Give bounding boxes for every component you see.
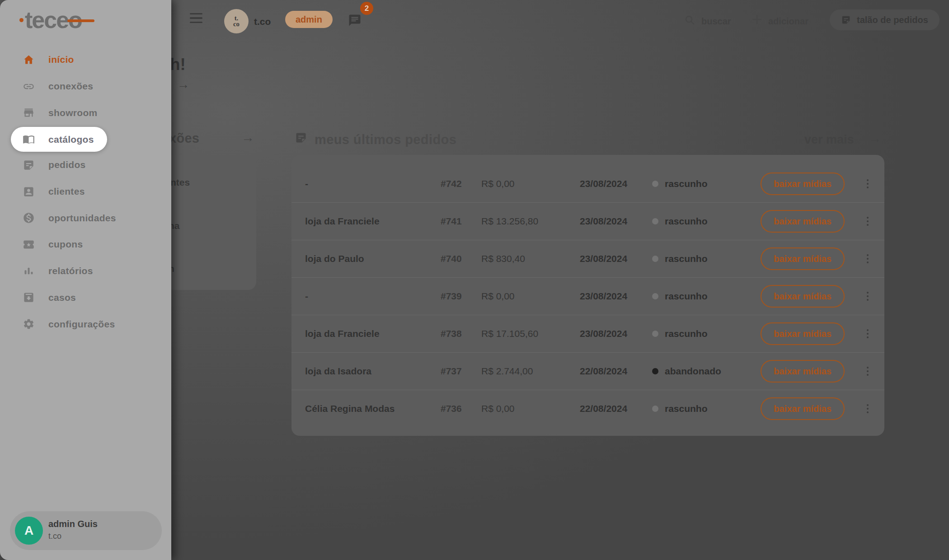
sidebar-item-label: clientes xyxy=(48,186,85,197)
total-cell: R$ 830,40 xyxy=(481,253,580,264)
status-label: rascunho xyxy=(665,403,708,414)
kebab-menu-icon[interactable] xyxy=(864,289,872,304)
status-dot xyxy=(652,218,658,224)
brand-logo[interactable]: teceo xyxy=(20,6,120,33)
kebab-menu-icon[interactable] xyxy=(864,214,872,229)
notification-badge[interactable]: 2 xyxy=(360,2,373,15)
sidebar-item-label: catálogos xyxy=(48,134,94,145)
download-media-button[interactable]: baixar mídias xyxy=(761,322,845,345)
sidebar-item-clientes[interactable]: clientes xyxy=(0,178,171,205)
store-cell: loja do Paulo xyxy=(291,253,441,264)
download-media-button[interactable]: baixar mídias xyxy=(761,173,845,195)
action-cell: baixar mídias xyxy=(761,285,851,308)
action-cell: baixar mídias xyxy=(761,360,851,383)
table-row: loja da Franciele #741 R$ 13.256,80 23/0… xyxy=(291,202,884,240)
kebab-menu-icon[interactable] xyxy=(864,327,872,341)
sidebar-item-showroom[interactable]: showroom xyxy=(0,99,171,126)
search-label[interactable]: buscar xyxy=(701,16,731,27)
status-label: rascunho xyxy=(665,328,708,339)
workspace-avatar[interactable]: t. co xyxy=(224,9,249,33)
greeting-arrow-icon[interactable]: → xyxy=(177,78,189,92)
sidebar-item-oportunidades[interactable]: oportunidades xyxy=(0,205,171,231)
total-cell: R$ 13.256,80 xyxy=(481,216,580,227)
dollar-circle-icon xyxy=(23,212,35,224)
orders-section-title: meus últimos pedidos xyxy=(315,132,456,147)
date-cell: 23/08/2024 xyxy=(580,291,652,302)
table-row: - #739 R$ 0,00 23/08/2024 rascunho baixa… xyxy=(291,277,884,315)
sidebar-item-casos[interactable]: casos xyxy=(0,285,171,311)
sidebar-item-label: pedidos xyxy=(48,159,86,170)
status-cell: rascunho xyxy=(652,403,761,414)
order-number-cell: #739 xyxy=(441,291,481,302)
status-dot xyxy=(652,256,658,262)
status-cell: rascunho xyxy=(652,291,761,302)
archive-icon xyxy=(23,291,35,303)
status-dot xyxy=(652,331,658,337)
order-pad-label: talão de pedidos xyxy=(857,15,928,25)
sidebar-item-catalogos[interactable]: catálogos xyxy=(11,127,107,152)
logo-dot-icon xyxy=(19,18,23,22)
table-row: Célia Regina Modas #736 R$ 0,00 22/08/20… xyxy=(291,390,884,427)
link-icon xyxy=(23,80,35,93)
download-media-button[interactable]: baixar mídias xyxy=(761,397,845,420)
table-row: loja da Franciele #738 R$ 17.105,60 23/0… xyxy=(291,315,884,352)
store-cell: loja da Isadora xyxy=(291,366,441,377)
download-media-button[interactable]: baixar mídias xyxy=(761,285,845,308)
sidebar-item-pedidos[interactable]: pedidos xyxy=(0,152,171,178)
order-pad-button[interactable]: talão de pedidos xyxy=(830,9,940,30)
row-menu-cell xyxy=(851,327,884,341)
order-number-cell: #737 xyxy=(441,366,481,377)
greeting-text-fragment: h! xyxy=(170,55,186,74)
date-cell: 23/08/2024 xyxy=(580,216,652,227)
download-media-button[interactable]: baixar mídias xyxy=(761,210,845,233)
order-number-cell: #742 xyxy=(441,178,481,189)
see-more-arrow-icon[interactable]: → xyxy=(869,131,881,146)
sidebar-item-cupons[interactable]: cupons xyxy=(0,231,171,258)
date-cell: 23/08/2024 xyxy=(580,178,652,189)
chat-icon[interactable] xyxy=(348,14,362,27)
download-media-button[interactable]: baixar mídias xyxy=(761,247,845,270)
user-card[interactable]: A admin Guis t.co xyxy=(10,511,162,550)
logo-strike-icon xyxy=(67,19,94,22)
sidebar-item-relatorios[interactable]: relatórios xyxy=(0,258,171,285)
menu-toggle-button[interactable] xyxy=(190,13,202,23)
sidebar-item-conexoes[interactable]: conexões xyxy=(0,73,171,100)
status-dot xyxy=(652,406,658,412)
row-menu-cell xyxy=(851,289,884,304)
sidebar-item-configuracoes[interactable]: configurações xyxy=(0,311,171,337)
sidebar-nav: início conexões showroom catálogos pedid… xyxy=(0,47,171,337)
add-label[interactable]: adicionar xyxy=(768,16,808,27)
plus-icon[interactable] xyxy=(751,14,763,25)
status-label: rascunho xyxy=(665,178,708,189)
kebab-menu-icon[interactable] xyxy=(864,177,872,191)
connections-arrow-icon[interactable]: → xyxy=(241,130,254,145)
action-cell: baixar mídias xyxy=(761,322,851,345)
table-row: loja da Isadora #737 R$ 2.744,00 22/08/2… xyxy=(291,352,884,390)
row-menu-cell xyxy=(851,177,884,191)
ticket-star-icon xyxy=(23,238,35,251)
kebab-menu-icon[interactable] xyxy=(864,401,872,416)
note-icon xyxy=(23,159,35,171)
user-org: t.co xyxy=(48,532,61,541)
see-more-link[interactable]: ver mais xyxy=(804,133,854,147)
status-cell: rascunho xyxy=(652,216,761,227)
status-cell: rascunho xyxy=(652,328,761,339)
sidebar-item-inicio[interactable]: início xyxy=(0,47,171,73)
store-cell: - xyxy=(291,178,441,189)
action-cell: baixar mídias xyxy=(761,247,851,270)
sidebar-item-label: relatórios xyxy=(48,266,93,276)
sidebar-item-label: showroom xyxy=(48,107,98,118)
orders-table: - #742 R$ 0,00 23/08/2024 rascunho baixa… xyxy=(291,155,884,427)
date-cell: 23/08/2024 xyxy=(580,328,652,339)
kebab-menu-icon[interactable] xyxy=(864,252,872,266)
role-badge: admin xyxy=(285,11,333,28)
row-menu-cell xyxy=(851,364,884,379)
search-icon[interactable] xyxy=(684,14,695,25)
status-dot xyxy=(652,293,658,299)
row-menu-cell xyxy=(851,214,884,229)
download-media-button[interactable]: baixar mídias xyxy=(761,360,845,383)
kebab-menu-icon[interactable] xyxy=(864,364,872,379)
status-label: rascunho xyxy=(665,253,708,264)
workspace-label: t.co xyxy=(254,16,271,27)
order-number-cell: #741 xyxy=(441,216,481,227)
